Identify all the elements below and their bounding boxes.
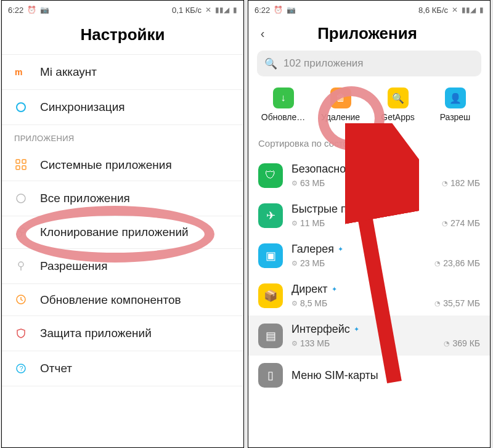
status-net: 0,1 КБ/с bbox=[172, 6, 202, 15]
app-item[interactable]: ▯ Меню SIM-карты bbox=[248, 356, 490, 395]
cam-icon: 📷 bbox=[40, 6, 49, 14]
row-permissions[interactable]: Разрешения bbox=[2, 249, 243, 284]
svg-point-9 bbox=[18, 262, 23, 267]
svg-rect-4 bbox=[16, 166, 20, 169]
trash-icon: 🗑 bbox=[330, 88, 351, 108]
info-icon: ? bbox=[14, 362, 28, 375]
section-header-apps: ПРИЛОЖЕНИЯ bbox=[2, 125, 243, 149]
svg-rect-3 bbox=[22, 160, 26, 163]
svg-rect-2 bbox=[16, 160, 20, 163]
svg-rect-5 bbox=[22, 166, 26, 169]
status-bar: 6:22 ⏰ 📷 0,1 КБ/с ✕ ▮▮◢ ▮ bbox=[2, 1, 243, 19]
status-time: 6:22 bbox=[255, 6, 270, 15]
nosim-icon: ✕ bbox=[205, 6, 211, 14]
sim-icon: ▯ bbox=[258, 363, 283, 388]
storage-icon: ⚙ bbox=[291, 179, 298, 187]
loading-icon: ✦ bbox=[407, 205, 413, 213]
app-item[interactable]: 📦 Директ✦ ⚙8,5 МБ◔35,57 МБ bbox=[248, 275, 490, 316]
alarm-icon: ⏰ bbox=[274, 6, 283, 14]
loading-icon: ✦ bbox=[332, 285, 337, 293]
sort-dropdown[interactable]: Сортировка по состоянию ∨ bbox=[248, 126, 490, 155]
status-bar: 6:22 ⏰ 📷 8,6 КБ/с ✕ ▮▮◢ ▮ bbox=[248, 1, 490, 19]
svg-point-8 bbox=[20, 228, 25, 233]
settings-screen: 6:22 ⏰ 📷 0,1 КБ/с ✕ ▮▮◢ ▮ Настройки m Mi… bbox=[1, 0, 244, 448]
nosim-icon: ✕ bbox=[452, 6, 458, 14]
app-item[interactable]: ✈ Быстрые приложения✦ ⚙11 МБ◔274 МБ bbox=[248, 195, 490, 235]
send-icon: ✈ bbox=[258, 203, 283, 228]
signal-icon: ▮▮◢ bbox=[462, 6, 476, 14]
apps-icon bbox=[14, 192, 28, 205]
battery-icon: ▮ bbox=[233, 6, 237, 14]
quick-getapps[interactable]: 🔍 GetApps bbox=[369, 88, 426, 122]
search-placeholder: 102 приложения bbox=[283, 57, 364, 70]
svg-point-6 bbox=[17, 194, 25, 203]
row-all-apps[interactable]: Все приложения bbox=[2, 181, 243, 216]
apps-screen: 6:22 ⏰ 📷 8,6 КБ/с ✕ ▮▮◢ ▮ ‹ Приложения 🔍… bbox=[248, 0, 491, 448]
app-list: 🛡 Безопасность✦ ⚙63 МБ◔182 МБ ✈ Быстрые … bbox=[248, 155, 490, 395]
clone-icon bbox=[14, 226, 28, 239]
permissions-icon: 👤 bbox=[445, 88, 466, 108]
shield-icon: 🛡 bbox=[258, 163, 283, 188]
cam-icon: 📷 bbox=[287, 6, 296, 14]
page-title: Настройки bbox=[2, 19, 243, 54]
alarm-icon: ⏰ bbox=[27, 6, 36, 14]
quick-actions: ↓ Обновле… 🗑 Удаление 🔍 GetApps 👤 Разреш bbox=[248, 83, 490, 126]
loading-icon: ✦ bbox=[354, 325, 359, 333]
loading-icon: ✦ bbox=[338, 245, 343, 253]
svg-point-1 bbox=[17, 103, 25, 112]
grid-icon bbox=[14, 158, 28, 171]
sync-icon bbox=[14, 100, 28, 114]
launcher-icon: ▤ bbox=[258, 324, 283, 348]
battery-icon: ▮ bbox=[479, 6, 484, 14]
row-sync[interactable]: Синхронизация bbox=[2, 90, 243, 125]
getapps-icon: 🔍 bbox=[388, 88, 409, 108]
svg-text:?: ? bbox=[20, 365, 23, 372]
row-clone-apps[interactable]: Клонирование приложений bbox=[2, 216, 243, 249]
mi-icon: m bbox=[14, 65, 28, 79]
quick-permissions[interactable]: 👤 Разреш bbox=[426, 88, 484, 122]
app-item[interactable]: ▤ Интерфейс✦ ⚙133 МБ◔369 КБ bbox=[248, 316, 490, 356]
status-net: 8,6 КБ/с bbox=[418, 6, 448, 15]
row-system-apps[interactable]: Системные приложения bbox=[2, 149, 243, 182]
page-title: Приложения bbox=[253, 24, 481, 43]
search-input[interactable]: 🔍 102 приложения bbox=[257, 51, 481, 76]
loading-icon: ✦ bbox=[366, 165, 372, 173]
direct-icon: 📦 bbox=[258, 283, 283, 308]
app-item[interactable]: ▣ Галерея✦ ⚙23 МБ◔23,86 МБ bbox=[248, 235, 490, 275]
row-component-update[interactable]: Обновление компонентов bbox=[2, 284, 243, 317]
status-time: 6:22 bbox=[8, 6, 23, 15]
quick-update[interactable]: ↓ Обновле… bbox=[255, 88, 312, 122]
search-icon: 🔍 bbox=[264, 57, 277, 70]
app-item[interactable]: 🛡 Безопасность✦ ⚙63 МБ◔182 МБ bbox=[248, 155, 490, 195]
signal-icon: ▮▮◢ bbox=[215, 6, 229, 14]
key-icon bbox=[14, 259, 28, 273]
row-report[interactable]: ? Отчет bbox=[2, 351, 243, 386]
gallery-icon: ▣ bbox=[258, 243, 283, 268]
row-protect-apps[interactable]: Защита приложений bbox=[2, 316, 243, 351]
row-mi-account[interactable]: m Mi аккаунт bbox=[2, 55, 243, 90]
svg-text:m: m bbox=[15, 67, 22, 77]
quick-uninstall[interactable]: 🗑 Удаление bbox=[312, 88, 369, 122]
clock-icon: ◔ bbox=[442, 179, 448, 187]
update-icon bbox=[14, 293, 28, 306]
shield-icon bbox=[14, 327, 28, 340]
